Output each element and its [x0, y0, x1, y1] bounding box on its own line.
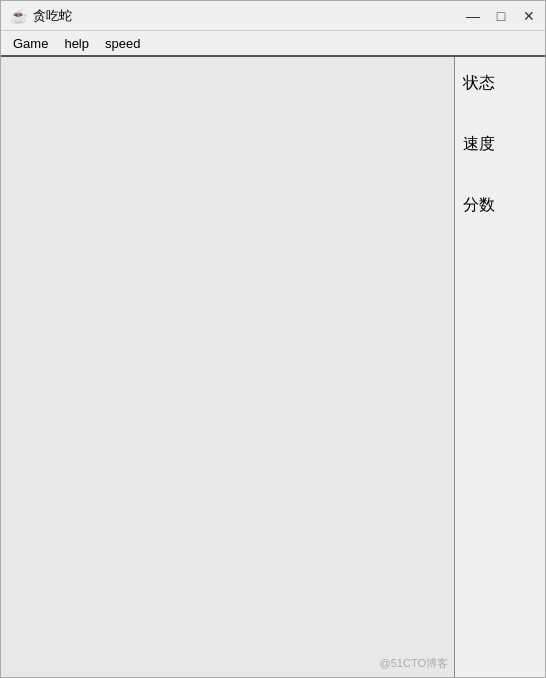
menu-bar: Game help speed — [1, 31, 545, 57]
java-icon: ☕ — [9, 7, 27, 25]
score-label: 分数 — [463, 195, 537, 216]
maximize-button[interactable]: □ — [493, 8, 509, 24]
title-bar: ☕ 贪吃蛇 — □ ✕ — [1, 1, 545, 31]
game-canvas[interactable]: @51CTO博客 — [1, 57, 455, 678]
title-text: 贪吃蛇 — [33, 7, 72, 25]
watermark: @51CTO博客 — [380, 656, 448, 671]
status-label: 状态 — [463, 73, 537, 94]
speed-label: 速度 — [463, 134, 537, 155]
main-area: @51CTO博客 状态 速度 分数 — [1, 57, 545, 678]
close-button[interactable]: ✕ — [521, 8, 537, 24]
title-left: ☕ 贪吃蛇 — [9, 7, 72, 25]
menu-item-help[interactable]: help — [56, 31, 97, 55]
menu-item-speed[interactable]: speed — [97, 31, 148, 55]
minimize-button[interactable]: — — [465, 8, 481, 24]
title-controls: — □ ✕ — [465, 8, 537, 24]
side-panel: 状态 速度 分数 — [455, 57, 545, 678]
menu-item-game[interactable]: Game — [5, 31, 56, 55]
